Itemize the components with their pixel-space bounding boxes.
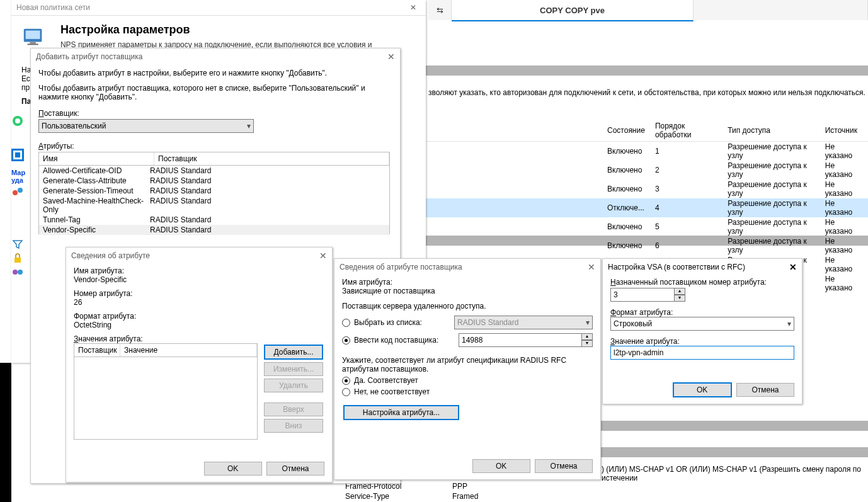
encryption-icon[interactable] bbox=[11, 252, 24, 265]
vsa-val-input[interactable] bbox=[610, 346, 794, 360]
va-config-button[interactable]: Настройка атрибута... bbox=[343, 405, 459, 420]
wizard-sidebar: Маруда bbox=[11, 113, 29, 280]
vsa-cancel[interactable]: Отмена bbox=[736, 383, 794, 397]
vsa-dialog: Настройка VSA (в соответствии с RFC) ✕ Н… bbox=[602, 258, 802, 404]
ai-vals-label: начения атрибута: bbox=[78, 334, 142, 343]
vendor-combo-value: Пользовательский bbox=[42, 122, 106, 130]
attr-info-close[interactable]: ✕ bbox=[319, 251, 327, 261]
black-strip bbox=[0, 363, 11, 502]
wizard-titlebar: Новая политика сети ✕ bbox=[11, 0, 426, 16]
ai-vals-list[interactable] bbox=[74, 357, 258, 440]
svg-rect-3 bbox=[28, 43, 38, 45]
ai-up-button[interactable]: Вверх bbox=[264, 402, 323, 416]
va-radio-yes[interactable]: Да. Соответствует bbox=[342, 376, 593, 385]
attrs-row[interactable]: Tunnel-TagRADIUS Standard bbox=[39, 215, 389, 225]
svg-rect-2 bbox=[30, 42, 36, 44]
vsa-val-label: начение атрибута: bbox=[615, 337, 680, 346]
bg-kv: Framed-ProtocolPPPService-TypeFramed bbox=[345, 481, 478, 501]
va-name-value: Зависящие от поставщика bbox=[342, 287, 593, 295]
vsa-close[interactable]: ✕ bbox=[789, 262, 797, 272]
attr-info-dialog: Сведения об атрибуте ✕ Имя атрибута: Ven… bbox=[66, 247, 333, 482]
attrs-row[interactable]: Generate-Session-TimeoutRADIUS Standard bbox=[39, 186, 389, 196]
tab-routing[interactable]: Маруда bbox=[11, 169, 29, 184]
svg-point-9 bbox=[18, 188, 23, 193]
va-close[interactable]: ✕ bbox=[588, 262, 595, 272]
add-attr-close[interactable]: ✕ bbox=[387, 52, 395, 62]
chevron-down-icon: ▾ bbox=[247, 122, 251, 130]
attr-info-title: Сведения об атрибуте bbox=[71, 251, 150, 260]
attrs-header: Имя Поставщик bbox=[38, 152, 390, 166]
attrs-row[interactable]: Generate-Class-AttributeRADIUS Standard bbox=[39, 176, 389, 186]
svg-point-8 bbox=[13, 190, 18, 195]
va-list-combo: RADIUS Standard ▾ bbox=[454, 316, 593, 329]
wizard-icon bbox=[21, 23, 48, 51]
va-title: Сведения об атрибуте поставщика bbox=[340, 263, 462, 271]
wizard-title: Новая политика сети bbox=[11, 3, 95, 12]
vsa-title: Настройка VSA (в соответствии с RFC) bbox=[608, 263, 745, 271]
svg-rect-7 bbox=[15, 152, 20, 157]
va-name-label: Имя атрибута: bbox=[342, 278, 593, 287]
ai-num-value: 26 bbox=[74, 298, 324, 307]
vendor-icon[interactable] bbox=[11, 149, 24, 161]
chevron-down-icon: ▾ bbox=[586, 318, 590, 327]
ip-icon[interactable] bbox=[11, 266, 24, 278]
tab-active[interactable]: COPY COPY pve bbox=[452, 0, 694, 21]
vsa-ok[interactable]: OK bbox=[673, 382, 732, 397]
ai-down-button[interactable]: Вниз bbox=[264, 419, 323, 433]
va-code-input[interactable] bbox=[459, 333, 582, 347]
multilink-icon[interactable] bbox=[11, 185, 24, 198]
va-srv-label: Поставщик сервера удаленного доступа. bbox=[342, 302, 593, 311]
vsa-fmt-label: ормат атрибута: bbox=[616, 308, 673, 317]
vendor-attr-dialog: Сведения об атрибуте поставщика ✕ Имя ат… bbox=[334, 258, 601, 480]
vsa-num-input[interactable] bbox=[610, 288, 675, 302]
ai-edit-button[interactable]: Изменить... bbox=[264, 362, 323, 376]
ai-fmt-label: Формат атрибута: bbox=[74, 312, 324, 321]
ai-name-value: Vendor-Specific bbox=[74, 275, 324, 284]
tab-empty[interactable] bbox=[694, 0, 868, 20]
va-radio-no[interactable]: Нет, не соответствует bbox=[342, 387, 593, 396]
svg-point-5 bbox=[15, 118, 20, 123]
ai-cancel[interactable]: Отмена bbox=[266, 462, 324, 476]
tab-label: COPY COPY pve bbox=[540, 6, 605, 15]
attrs-row[interactable]: Saved-Machine-HealthCheck-OnlyRADIUS Sta… bbox=[39, 196, 389, 215]
filter-icon[interactable] bbox=[11, 238, 24, 251]
vendor-label: оставщик: bbox=[44, 109, 79, 118]
add-attr-title: Добавить атрибут поставщика bbox=[36, 52, 142, 61]
va-radio-list[interactable]: Выбрать из списка: bbox=[342, 318, 422, 327]
va-ok[interactable]: OK bbox=[472, 459, 530, 473]
bg-description: зволяют указать, кто авторизован для под… bbox=[428, 88, 865, 97]
standard-icon[interactable] bbox=[11, 115, 24, 127]
ai-name-label: Имя атрибута: bbox=[74, 266, 324, 275]
va-cancel[interactable]: Отмена bbox=[535, 459, 593, 473]
vsa-num-spinner[interactable]: ▲▼ bbox=[674, 288, 685, 302]
tab-inactive[interactable]: ⇆ bbox=[428, 0, 452, 20]
bg-footer: ) (ИЛИ) MS-CHAP v1 OR (ИЛИ) MS-CHAP v1 (… bbox=[602, 465, 868, 482]
ai-ok[interactable]: OK bbox=[204, 462, 262, 476]
attrs-label: трибуты: bbox=[43, 142, 74, 151]
va-spec-label: Укажите, соответствует ли атрибут специф… bbox=[342, 356, 593, 374]
svg-rect-1 bbox=[26, 31, 40, 39]
ai-num-label: Номер атрибута: bbox=[74, 289, 324, 298]
wizard-heading: Настройка параметров bbox=[60, 23, 416, 37]
svg-point-11 bbox=[13, 270, 18, 275]
ai-del-button[interactable]: Удалить bbox=[264, 379, 323, 392]
add-attr-p1: Чтобы добавить атрибут в настройки, выбе… bbox=[38, 69, 392, 77]
svg-point-12 bbox=[18, 270, 23, 275]
ai-add-button[interactable]: Добавить... bbox=[264, 345, 323, 360]
svg-rect-10 bbox=[14, 258, 21, 263]
vendor-combo[interactable]: Пользовательский ▾ bbox=[38, 119, 254, 133]
attrs-row[interactable]: Vendor-SpecificRADIUS Standard bbox=[39, 225, 389, 235]
attrs-row[interactable]: Allowed-Certificate-OIDRADIUS Standard bbox=[39, 166, 389, 176]
va-code-spinner[interactable]: ▲▼ bbox=[581, 333, 593, 347]
ai-fmt-value: OctetString bbox=[74, 321, 324, 329]
attrs-list[interactable]: Allowed-Certificate-OIDRADIUS StandardGe… bbox=[38, 166, 390, 234]
chevron-down-icon: ▾ bbox=[787, 319, 791, 328]
vsa-fmt-combo[interactable]: Строковый ▾ bbox=[610, 317, 794, 331]
add-attr-p2: Чтобы добавить атрибут поставщика, котор… bbox=[38, 84, 392, 101]
wizard-close[interactable]: ✕ bbox=[401, 3, 426, 12]
ai-vals-header: Поставщик Значение bbox=[74, 343, 258, 357]
va-radio-code[interactable]: Ввести код поставщика: bbox=[342, 336, 438, 345]
vsa-num-label: азначенный поставщиком номер атрибута: bbox=[616, 278, 767, 287]
